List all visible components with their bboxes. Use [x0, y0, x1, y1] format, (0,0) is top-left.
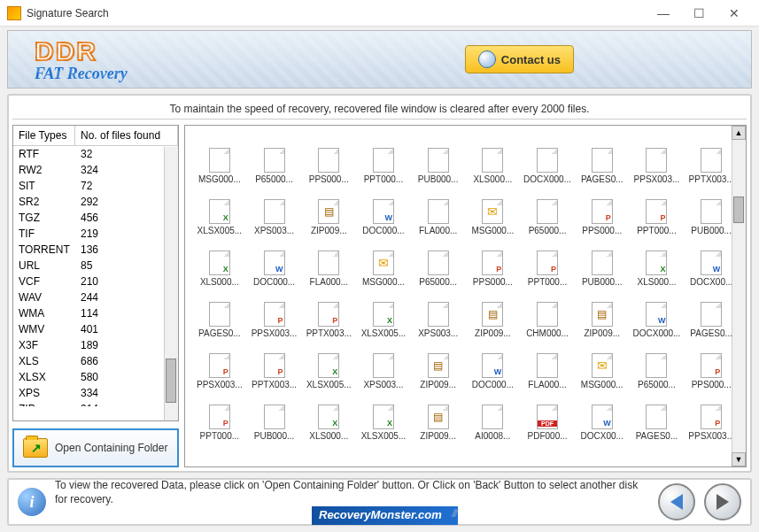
contact-us-button[interactable]: Contact us	[465, 45, 574, 73]
table-row[interactable]: WMV401	[13, 321, 178, 337]
file-item[interactable]: MSG000...	[466, 184, 521, 235]
file-item[interactable]: PAGES0...	[630, 389, 685, 441]
minimize-button[interactable]: —	[646, 1, 681, 26]
file-item[interactable]: MSG000...	[192, 133, 247, 184]
file-item[interactable]: XPS003...	[411, 287, 466, 338]
table-row[interactable]: XPS334	[13, 385, 178, 401]
file-icon	[592, 405, 613, 429]
file-item[interactable]: XLS000...	[630, 235, 685, 287]
file-item[interactable]: PPT000...	[520, 235, 575, 287]
file-item[interactable]: XLS000...	[192, 235, 247, 287]
file-item[interactable]: DOC000...	[356, 184, 411, 235]
col-file-types[interactable]: File Types	[13, 126, 75, 145]
file-item[interactable]: PPTX003...	[684, 133, 739, 184]
scroll-up-button[interactable]: ▲	[732, 126, 746, 140]
file-item[interactable]: DOC000...	[466, 338, 521, 389]
close-button[interactable]: ✕	[716, 1, 752, 26]
files-scrollbar[interactable]: ▲ ▼	[732, 126, 746, 466]
file-item[interactable]: PPS000...	[684, 338, 739, 389]
file-item[interactable]: PUB000...	[247, 389, 302, 441]
file-item[interactable]: FLA000...	[301, 235, 356, 287]
file-item[interactable]: DOCX00...	[575, 389, 630, 441]
file-item[interactable]: ZIP009...	[575, 287, 630, 338]
file-item[interactable]: ZIP009...	[411, 338, 466, 389]
scrollbar-thumb[interactable]	[166, 359, 176, 403]
open-containing-folder-button[interactable]: Open Containing Folder	[12, 428, 179, 467]
file-icon	[264, 199, 285, 224]
file-item[interactable]: PPS000...	[301, 133, 356, 184]
table-row[interactable]: SIT72	[13, 178, 178, 194]
file-item[interactable]: P65000...	[630, 338, 685, 389]
file-item[interactable]: PPTX003...	[301, 287, 356, 338]
file-item[interactable]: XLS000...	[466, 133, 521, 184]
file-label: PPTX003...	[252, 380, 297, 389]
file-item[interactable]: MSG000...	[575, 338, 630, 389]
file-item[interactable]: PPS000...	[575, 184, 630, 235]
file-icon	[592, 353, 613, 378]
file-item[interactable]: PUB000...	[575, 235, 630, 287]
file-item[interactable]: XLSX005...	[301, 338, 356, 389]
next-button[interactable]	[704, 483, 741, 520]
file-item[interactable]: MSG000...	[356, 235, 411, 287]
table-row[interactable]: URL85	[13, 258, 178, 274]
file-item[interactable]: XPS003...	[247, 184, 302, 235]
file-item[interactable]: DOCX000...	[630, 287, 685, 338]
file-item[interactable]: CHM000...	[520, 287, 575, 338]
file-item[interactable]: PDF000...	[520, 389, 575, 441]
table-row[interactable]: TGZ456	[13, 210, 178, 226]
table-row[interactable]: RTF32	[13, 146, 178, 162]
table-row[interactable]: WMA114	[13, 305, 178, 321]
table-row[interactable]: RW2324	[13, 162, 178, 178]
file-item[interactable]: PUB000...	[684, 184, 739, 235]
table-row[interactable]: TIF219	[13, 226, 178, 242]
file-item[interactable]: P65000...	[247, 133, 302, 184]
file-icon	[373, 199, 394, 224]
table-row[interactable]: ZIP914	[13, 401, 178, 406]
file-item[interactable]: P65000...	[411, 235, 466, 287]
table-scrollbar[interactable]	[164, 147, 178, 420]
file-item[interactable]: ZIP009...	[466, 287, 521, 338]
file-item[interactable]: AI0008...	[466, 389, 521, 441]
file-item[interactable]: XLSX005...	[356, 389, 411, 441]
file-item[interactable]: PPT000...	[356, 133, 411, 184]
scroll-down-button[interactable]: ▼	[732, 452, 746, 466]
file-item[interactable]: PAGES0...	[684, 287, 739, 338]
file-item[interactable]: PAGES0...	[575, 133, 630, 184]
file-item[interactable]: PPT000...	[192, 389, 247, 441]
file-item[interactable]: ZIP009...	[301, 184, 356, 235]
file-label: FLA000...	[310, 277, 348, 287]
file-item[interactable]: PUB000...	[411, 133, 466, 184]
file-item[interactable]: PPSX003...	[247, 287, 302, 338]
file-item[interactable]: XLS000...	[301, 389, 356, 441]
file-item[interactable]: PPSX003...	[630, 133, 685, 184]
maximize-button[interactable]: ☐	[681, 1, 716, 26]
file-label: PPS000...	[582, 226, 622, 235]
back-button[interactable]	[658, 483, 695, 520]
file-item[interactable]: FLA000...	[411, 184, 466, 235]
table-row[interactable]: XLSX580	[13, 369, 178, 385]
file-item[interactable]: PPSX003...	[192, 338, 247, 389]
file-item[interactable]: XPS003...	[356, 338, 411, 389]
file-item[interactable]: DOCX000...	[520, 133, 575, 184]
file-item[interactable]: ZIP009...	[411, 389, 466, 441]
file-item[interactable]: FLA000...	[520, 338, 575, 389]
file-item[interactable]: PPT000...	[630, 184, 685, 235]
file-item[interactable]: XLSX005...	[192, 184, 247, 235]
table-row[interactable]: SR2292	[13, 194, 178, 210]
file-item[interactable]: PAGES0...	[192, 287, 247, 338]
file-item[interactable]: PPTX003...	[247, 338, 302, 389]
table-row[interactable]: X3F189	[13, 337, 178, 353]
file-item[interactable]: DOCX00...	[684, 235, 739, 287]
file-item[interactable]: PPSX003...	[684, 389, 739, 441]
file-item[interactable]: DOC000...	[247, 235, 302, 287]
table-row[interactable]: VCF210	[13, 274, 178, 289]
table-row[interactable]: XLS686	[13, 353, 178, 369]
table-row[interactable]: WAV244	[13, 289, 178, 305]
file-item[interactable]: XLSX005...	[356, 287, 411, 338]
file-item[interactable]: P65000...	[520, 184, 575, 235]
file-item[interactable]: PPS000...	[466, 235, 521, 287]
main-content: To maintain the speed of recovery, recov…	[7, 94, 752, 473]
scrollbar-thumb[interactable]	[733, 197, 744, 223]
table-row[interactable]: TORRENT136	[13, 242, 178, 258]
col-files-found[interactable]: No. of files found	[75, 126, 178, 145]
